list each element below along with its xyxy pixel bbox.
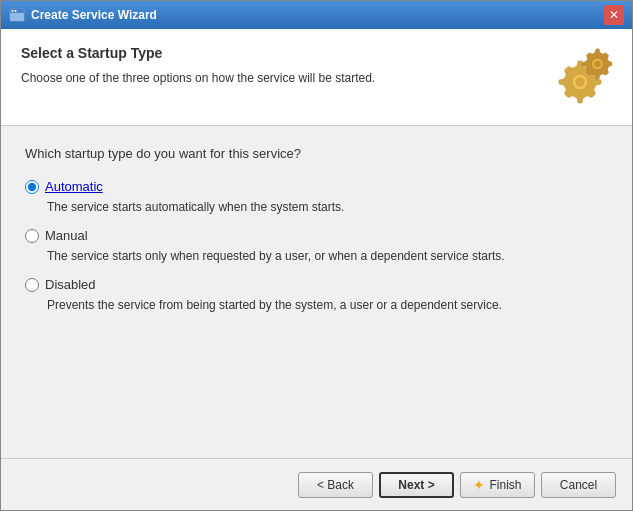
body-section: Which startup type do you want for this … [1, 126, 632, 458]
header-text: Select a Startup Type Choose one of the … [21, 45, 548, 87]
title-bar-left: Create Service Wizard [9, 7, 157, 23]
manual-label[interactable]: Manual [45, 228, 88, 243]
automatic-label-row: Automatic [25, 179, 608, 194]
svg-point-3 [15, 10, 17, 12]
next-button[interactable]: Next > [379, 472, 454, 498]
disabled-label-row: Disabled [25, 277, 608, 292]
header-description: Choose one of the three options on how t… [21, 69, 548, 87]
title-text: Create Service Wizard [31, 8, 157, 22]
close-button[interactable]: ✕ [604, 5, 624, 25]
manual-description: The service starts only when requested b… [47, 247, 608, 265]
finish-icon: ✦ [473, 477, 485, 493]
cancel-button[interactable]: Cancel [541, 472, 616, 498]
disabled-option: Disabled Prevents the service from being… [25, 277, 608, 314]
svg-point-7 [594, 61, 600, 67]
manual-radio[interactable] [25, 229, 39, 243]
automatic-option: Automatic The service starts automatical… [25, 179, 608, 216]
wizard-window: Create Service Wizard ✕ Select a Startup… [0, 0, 633, 511]
gears-icon [548, 45, 612, 109]
automatic-description: The service starts automatically when th… [47, 198, 608, 216]
title-bar: Create Service Wizard ✕ [1, 1, 632, 29]
automatic-label[interactable]: Automatic [45, 179, 103, 194]
back-button[interactable]: < Back [298, 472, 373, 498]
automatic-radio[interactable] [25, 180, 39, 194]
finish-button[interactable]: ✦ Finish [460, 472, 535, 498]
header-title: Select a Startup Type [21, 45, 548, 61]
content: Select a Startup Type Choose one of the … [1, 29, 632, 510]
manual-label-row: Manual [25, 228, 608, 243]
header-section: Select a Startup Type Choose one of the … [1, 29, 632, 126]
startup-question: Which startup type do you want for this … [25, 146, 608, 161]
disabled-label[interactable]: Disabled [45, 277, 96, 292]
disabled-description: Prevents the service from being started … [47, 296, 608, 314]
wizard-icon [9, 7, 25, 23]
manual-option: Manual The service starts only when requ… [25, 228, 608, 265]
svg-point-5 [576, 78, 585, 87]
svg-point-2 [12, 10, 14, 12]
disabled-radio[interactable] [25, 278, 39, 292]
footer: < Back Next > ✦ Finish Cancel [1, 458, 632, 510]
